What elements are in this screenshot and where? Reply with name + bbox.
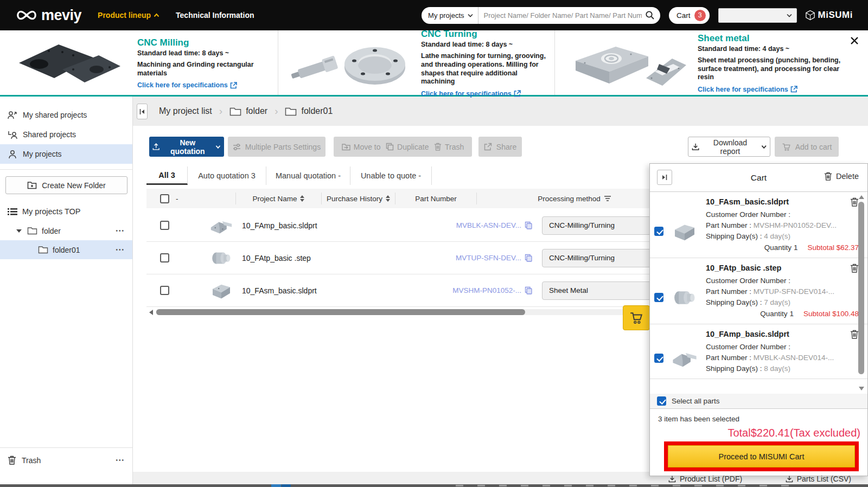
- banner-card-cnc-turning: CNC Turning Standard lead time: 8 days ~…: [278, 30, 554, 95]
- row-part-number-link[interactable]: MVSHM-PN01052-...: [435, 286, 521, 294]
- tab-unable-to-quote[interactable]: Unable to quote -: [350, 166, 432, 185]
- sidebar-my-projects-top[interactable]: My projects TOP: [8, 207, 132, 216]
- copy-part-number-icon[interactable]: [525, 286, 532, 294]
- sidebar-folder-row[interactable]: folder •••: [0, 221, 132, 240]
- top-navbar: meviy Product lineup Technical Informati…: [0, 0, 868, 30]
- table-header-project-name[interactable]: Project Name: [236, 193, 322, 204]
- part-thumbnail: [208, 247, 234, 269]
- cart-scrollbar-thumb[interactable]: [858, 202, 864, 374]
- parts-list-csv-link[interactable]: Parts List (CSV): [786, 475, 851, 483]
- sort-icon[interactable]: [300, 195, 304, 202]
- meviy-logo[interactable]: meviy: [15, 7, 81, 24]
- sidebar-item-my-projects[interactable]: My projects: [0, 144, 132, 164]
- specifications-link[interactable]: Click here for specifications: [421, 90, 549, 98]
- row-checkbox[interactable]: [160, 286, 169, 295]
- tab-manual-quotation[interactable]: Manual quotation -: [266, 166, 350, 185]
- list-toolbar: New quotation Multiple Parts Settings: [133, 137, 868, 158]
- trash-button[interactable]: Trash: [434, 143, 464, 151]
- breadcrumb-folder-label: folder: [246, 106, 267, 116]
- sidebar-folder01-row[interactable]: folder01 •••: [0, 240, 132, 259]
- shipping-days-value: 4 day(s): [764, 232, 790, 240]
- cart-toggle-tab[interactable]: [623, 305, 650, 330]
- misumi-wordmark: MiSUMi: [818, 10, 853, 21]
- table-header-processing-method[interactable]: Processing method: [477, 193, 672, 204]
- row-part-number-link[interactable]: MVTUP-SFN-DEV...: [435, 254, 521, 262]
- banner-lead-time: Standard lead time: 4 days ~: [698, 45, 855, 53]
- move-to-button[interactable]: Move to: [342, 143, 381, 151]
- banner-lead-time: Standard lead time: 8 days ~: [137, 49, 272, 57]
- multiple-parts-settings-label: Multiple Parts Settings: [245, 143, 321, 151]
- select-all-parts-row[interactable]: Select all parts: [650, 394, 867, 409]
- add-to-cart-button[interactable]: Add to cart: [775, 137, 839, 157]
- trash-icon: [824, 172, 832, 181]
- cart-count-badge: 3: [694, 10, 706, 21]
- cart-total: Total$220.41(Tax excluded): [650, 427, 867, 439]
- cart-item-checkbox[interactable]: [654, 293, 663, 302]
- folder-more-button[interactable]: •••: [116, 228, 125, 234]
- nav-product-lineup[interactable]: Product lineup: [98, 11, 159, 20]
- banner-lead-time: Standard lead time: 8 days ~: [421, 41, 549, 48]
- folder01-more-button[interactable]: •••: [116, 247, 125, 253]
- search-scope-select[interactable]: My projects: [428, 7, 478, 24]
- folder-label: folder: [42, 227, 61, 235]
- scroll-down-icon[interactable]: [859, 387, 864, 390]
- sidebar-item-shared-projects[interactable]: Shared projects: [0, 125, 132, 144]
- create-new-folder-button[interactable]: Create New Folder: [5, 176, 127, 194]
- sidebar-trash[interactable]: Trash •••: [0, 447, 132, 472]
- sidebar-item-my-shared-projects[interactable]: My shared projects: [0, 105, 132, 125]
- nav-cart-button[interactable]: Cart 3: [669, 7, 710, 24]
- cart-item-checkbox[interactable]: [654, 227, 663, 236]
- tree-caret-icon[interactable]: [16, 229, 22, 233]
- download-report-button[interactable]: Download report: [688, 137, 770, 157]
- select-all-rows-checkbox[interactable]: [160, 194, 169, 203]
- meviy-app: meviy Product lineup Technical Informati…: [0, 0, 868, 487]
- collapse-sidebar-button[interactable]: [137, 104, 148, 119]
- nav-technical-information[interactable]: Technical Information: [176, 11, 254, 20]
- scroll-up-icon[interactable]: [859, 195, 864, 199]
- scroll-left-icon[interactable]: [149, 310, 153, 315]
- row-part-number-link[interactable]: MVBLK-ASN-DEV...: [435, 221, 521, 229]
- proceed-to-misumi-cart-button[interactable]: Proceed to MISUMI Cart: [668, 445, 855, 467]
- row-checkbox[interactable]: [160, 253, 169, 262]
- new-quotation-button[interactable]: New quotation: [149, 137, 224, 157]
- product-list-pdf-link[interactable]: Product List (PDF): [668, 475, 742, 483]
- duplicate-button[interactable]: Duplicate: [386, 143, 429, 151]
- breadcrumb-folder01[interactable]: folder01: [285, 106, 333, 116]
- row-project-name: 10_FAtp_basic .step: [242, 254, 375, 262]
- cart-item-checkbox[interactable]: [654, 354, 663, 363]
- share-button[interactable]: Share: [478, 137, 522, 157]
- trash-more-button[interactable]: •••: [116, 457, 125, 463]
- breadcrumb-folder[interactable]: folder: [229, 106, 267, 116]
- banner-title: CNC Turning: [421, 29, 549, 40]
- specifications-link[interactable]: Click here for specifications: [137, 81, 272, 89]
- search-icon[interactable]: [645, 10, 655, 20]
- cart-panel: Cart Delete 10_FAsm_basic.sldprt: [649, 163, 868, 476]
- copy-part-number-icon[interactable]: [525, 254, 532, 262]
- table-header-purchase-history[interactable]: Purchase History: [322, 193, 395, 204]
- processing-method-header-label: Processing method: [538, 195, 601, 203]
- share-icon: [484, 143, 492, 151]
- scrollbar-thumb[interactable]: [156, 309, 525, 315]
- collapse-cart-button[interactable]: [657, 170, 672, 185]
- close-banner-button[interactable]: [850, 35, 861, 47]
- row-checkbox[interactable]: [160, 221, 169, 230]
- tab-all[interactable]: All 3: [146, 166, 188, 185]
- tab-auto-quotation[interactable]: Auto quotation 3: [188, 166, 266, 185]
- project-sidebar: My shared projects Shared projects My pr…: [0, 97, 133, 484]
- multiple-parts-settings-button[interactable]: Multiple Parts Settings: [228, 137, 326, 157]
- search-scope-value: My projects: [428, 11, 464, 20]
- move-to-folder-icon: [342, 143, 350, 151]
- copy-part-number-icon[interactable]: [525, 221, 532, 229]
- product-list-pdf-label: Product List (PDF): [680, 475, 742, 483]
- sort-icon[interactable]: [386, 195, 390, 202]
- search-input[interactable]: [478, 11, 646, 20]
- breadcrumb-root[interactable]: My project list: [159, 106, 212, 116]
- select-all-parts-checkbox[interactable]: [657, 396, 666, 406]
- sheet-metal-image: [566, 36, 688, 90]
- purchase-history-header-label: Purchase History: [327, 195, 382, 203]
- cart-delete-button[interactable]: Delete: [824, 172, 859, 181]
- cart-item-thumbnail: [670, 286, 699, 310]
- specifications-link[interactable]: Click here for specifications: [698, 86, 855, 93]
- nav-account-dropdown[interactable]: [718, 8, 797, 23]
- banner-card-cnc-milling: CNC Milling Standard lead time: 8 days ~…: [0, 30, 278, 95]
